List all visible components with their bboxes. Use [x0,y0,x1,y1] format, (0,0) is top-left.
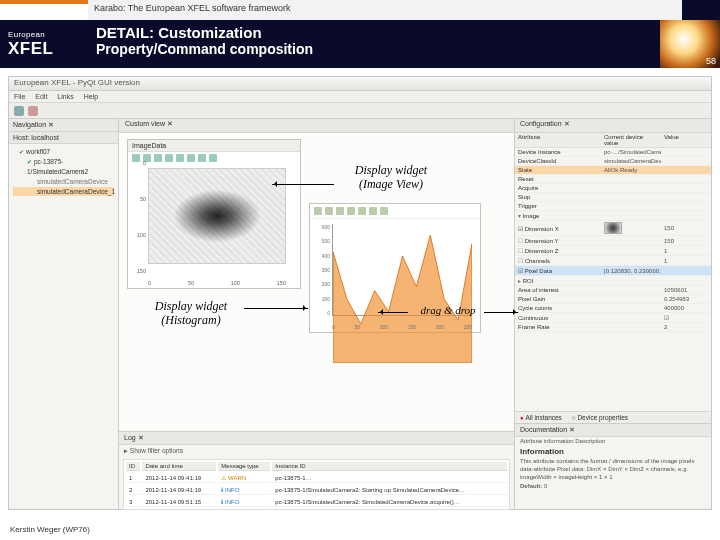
log-table[interactable]: IDDate and timeMessage typeInstance ID 1… [123,459,510,510]
log-row[interactable]: 12012-11-14 09:41:19⚠ WARNpc-13875-1… [126,473,507,483]
attr-row[interactable]: Cycle counts400000 [515,304,711,313]
attr-row[interactable]: Device Instancepc-…/SimulatedCameraDevic… [515,148,711,157]
attr-row[interactable]: Pixel Data[0.120830, 0.230060, 0.176930,… [515,266,711,276]
doc-body: This attribute contains the format / dim… [515,458,711,481]
slide-title-2: Property/Command composition [96,41,652,57]
framework-caption: Karabo: The European XFEL software frame… [88,0,682,20]
slide-titles: DETAIL: Customization Property/Command c… [88,20,660,68]
toolbar-icon[interactable] [28,106,38,116]
log-filter-toggle[interactable]: ▸ Show filter options [119,445,514,457]
attr-row[interactable]: Dimension Y150 [515,236,711,246]
attr-row[interactable]: ROI [515,276,711,286]
center-tab-label: Custom view [125,120,165,127]
log-row[interactable]: 32012-11-14 09:51:15ℹ INFOpc-13875-1/Sim… [126,497,507,507]
nav-host-label: Host: [13,134,29,141]
attr-row[interactable]: Pixel Gain0.254983 [515,295,711,304]
orange-accent [0,0,88,20]
attr-row[interactable]: Image [515,211,711,221]
plot-tool-icon[interactable] [198,154,206,162]
navigation-panel: Navigation ✕ Host: localhost workfl07 pc… [9,119,119,509]
menu-edit[interactable]: Edit [35,93,47,100]
navigation-tab[interactable]: Navigation ✕ [9,119,118,132]
radio-all-instances[interactable]: All instances [520,414,562,421]
doc-tab[interactable]: Documentation ✕ [515,424,711,437]
annotation-drag-drop: drag & drop [408,304,488,317]
attr-row[interactable]: Frame Rate2 [515,323,711,332]
plot-tool-icon[interactable] [380,207,388,215]
attr-row[interactable]: Acquire [515,184,711,193]
hist-toolbar[interactable] [310,204,480,219]
doc-subtabs[interactable]: Attribute information Description [515,437,711,445]
image-toolbar[interactable] [128,152,300,164]
logo-top-text: European [8,30,88,39]
arrow-to-histogram [244,308,308,309]
nav-tab-label: Navigation [13,121,46,128]
menu-file[interactable]: File [14,93,25,100]
image-plot[interactable] [148,168,286,264]
arrow-drag-left [378,312,408,313]
tree-node-selected[interactable]: simulatedCameraDevice_1 [13,187,114,197]
toolbar[interactable] [9,103,711,119]
attribute-tree[interactable]: AttributeCurrent device valueValue Devic… [515,133,711,411]
menu-links[interactable]: Links [57,93,73,100]
plot-tool-icon[interactable] [187,154,195,162]
app-screenshot: European XFEL - PyQt GUI version File Ed… [8,76,712,510]
arrow-to-image-view [272,184,334,185]
plot-tool-icon[interactable] [369,207,377,215]
slide-thumbnail: 58 [660,20,720,68]
center-tab[interactable]: Custom view ✕ [119,119,514,133]
plot-tool-icon[interactable] [176,154,184,162]
hist-plot[interactable] [332,224,472,316]
attr-row[interactable]: Dimension X150 [515,221,711,236]
plot-tool-icon[interactable] [347,207,355,215]
tree-node[interactable]: simulatedCameraDevice [13,177,114,187]
config-tab[interactable]: Configuration ✕ [515,119,711,133]
xfel-logo: European XFEL [0,20,88,68]
window-title: European XFEL - PyQt GUI version [9,77,711,91]
page-number: 58 [706,56,716,66]
tree-node[interactable]: pc-13875-1/SimulatedCamera2 [13,157,114,177]
nav-tree[interactable]: workfl07 pc-13875-1/SimulatedCamera2 sim… [9,144,118,509]
plot-tool-icon[interactable] [165,154,173,162]
plot-tool-icon[interactable] [209,154,217,162]
attr-row[interactable]: Continuous☑ [515,313,711,323]
log-panel: Log ✕ ▸ Show filter options IDDate and t… [119,431,514,509]
attr-row[interactable]: Dimension Z1 [515,246,711,256]
doc-title: Information [515,445,711,458]
log-tab[interactable]: Log ✕ [119,432,514,445]
documentation-panel: Documentation ✕ Attribute information De… [515,423,711,509]
menu-bar[interactable]: File Edit Links Help [9,91,711,103]
attr-row[interactable]: Channels1 [515,256,711,266]
arrow-drag-right [484,312,518,313]
doc-default: Default: 0 [515,481,711,491]
plot-tool-icon[interactable] [358,207,366,215]
plot-tool-icon[interactable] [336,207,344,215]
log-header-row: IDDate and timeMessage typeInstance ID [126,462,507,471]
slide-title-1: DETAIL: Customization [96,24,652,41]
slide-footer: Kerstin Weger (WP76) [10,525,90,534]
attr-row[interactable]: Trigger [515,202,711,211]
log-row[interactable]: 22012-11-14 09:41:19ℹ INFOpc-13875-1/Sim… [126,485,507,495]
attr-row[interactable]: Area of interest1050601 [515,286,711,295]
nav-host-row: Host: localhost [9,132,118,144]
image-view-widget[interactable]: ImageData 050100150 050100150 [127,139,301,289]
top-strip-dark [682,0,720,20]
custom-view-canvas[interactable]: ImageData 050100150 050100150 [119,133,514,431]
hist-y-axis: 6005004003002001000 [312,224,330,316]
toolbar-icon[interactable] [14,106,24,116]
hist-x-axis: 050100150200250 [332,324,472,330]
annotation-image-view: Display widget(Image View) [336,164,446,192]
menu-help[interactable]: Help [84,93,98,100]
radio-device-props[interactable]: Device properties [572,414,628,421]
tree-node[interactable]: workfl07 [13,147,114,157]
attr-row[interactable]: Reset [515,175,711,184]
slide-title-band: European XFEL DETAIL: Customization Prop… [0,20,720,68]
attr-row[interactable]: Stop [515,193,711,202]
attr-row[interactable]: StateAllOk.Ready [515,166,711,175]
attr-row[interactable]: DeviceClassIdsimulatedCameraDevice [515,157,711,166]
scope-radios[interactable]: All instances Device properties [515,411,711,423]
image-y-axis: 050100150 [132,160,146,274]
plot-tool-icon[interactable] [154,154,162,162]
plot-tool-icon[interactable] [325,207,333,215]
plot-tool-icon[interactable] [314,207,322,215]
